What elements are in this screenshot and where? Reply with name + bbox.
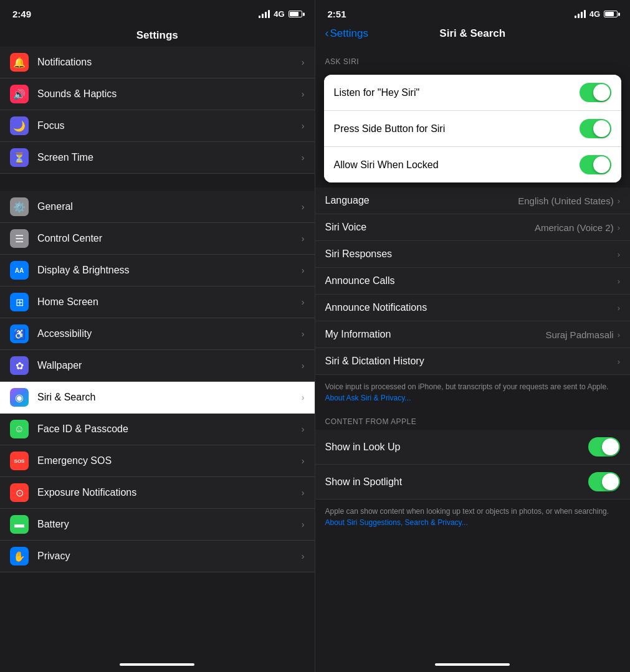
back-label: Settings <box>330 27 368 40</box>
settings-item-exposure[interactable]: ⊙Exposure Notifications› <box>0 477 315 509</box>
sos-chevron: › <box>302 456 305 466</box>
siri-row-siri-voice[interactable]: Siri VoiceAmerican (Voice 2)› <box>315 214 631 241</box>
show-spotlight-label: Show in Spotlight <box>325 476 589 488</box>
settings-item-focus[interactable]: 🌙Focus› <box>0 110 315 142</box>
right-nav-title: Siri & Search <box>439 27 505 40</box>
language-value: English (United States) <box>518 196 613 206</box>
siri-locked-toggle[interactable] <box>580 155 611 174</box>
side-button-toggle[interactable] <box>580 119 611 138</box>
settings-title: Settings <box>0 23 315 47</box>
screentime-icon: ⏳ <box>10 148 29 167</box>
siri-row-siri-history[interactable]: Siri & Dictation History› <box>315 348 631 375</box>
homescreen-label: Home Screen <box>37 296 302 308</box>
settings-group-bottom: ⚙️General›☰Control Center›AADisplay & Br… <box>0 191 315 572</box>
left-panel: 2:49 4G Settings 🔔Notifications›🔊Sounds … <box>0 0 315 672</box>
show-spotlight-toggle[interactable] <box>588 472 620 491</box>
siri-settings-rows: LanguageEnglish (United States)›Siri Voi… <box>315 187 631 375</box>
sounds-chevron: › <box>302 89 305 99</box>
notifications-label: Notifications <box>37 57 302 68</box>
hey-siri-label: Listen for "Hey Siri" <box>334 87 580 98</box>
settings-item-accessibility[interactable]: ♿Accessibility› <box>0 318 315 350</box>
siri-label: Siri & Search <box>37 392 302 403</box>
accessibility-label: Accessibility <box>37 328 302 339</box>
announce-calls-chevron-icon: › <box>618 277 620 286</box>
focus-chevron: › <box>302 121 305 131</box>
settings-item-privacy[interactable]: ✋Privacy› <box>0 541 315 572</box>
siri-row-announce-notifs[interactable]: Announce Notifications› <box>315 295 631 321</box>
faceid-icon: ☺ <box>10 420 29 438</box>
display-label: Display & Brightness <box>37 265 302 276</box>
control-label: Control Center <box>37 233 302 244</box>
sos-label: Emergency SOS <box>37 455 302 466</box>
siri-voice-value: American (Voice 2) <box>535 222 614 233</box>
content-footer-link[interactable]: About Siri Suggestions, Search & Privacy… <box>325 518 468 527</box>
hey-siri-row: Listen for "Hey Siri" <box>324 75 622 111</box>
right-time: 2:51 <box>328 9 346 19</box>
content-header: CONTENT FROM APPLE <box>315 406 631 430</box>
control-icon: ☰ <box>10 229 29 248</box>
settings-item-notifications[interactable]: 🔔Notifications› <box>0 47 315 78</box>
battery-label: Battery <box>37 519 302 530</box>
wallpaper-label: Wallpaper <box>37 360 302 371</box>
settings-list: 🔔Notifications›🔊Sounds & Haptics›🌙Focus›… <box>0 47 315 658</box>
side-button-row: Press Side Button for Siri <box>324 111 622 147</box>
show-lookup-label: Show in Look Up <box>325 442 589 453</box>
privacy-chevron: › <box>302 551 305 561</box>
siri-row-announce-calls[interactable]: Announce Calls› <box>315 268 631 295</box>
left-time: 2:49 <box>12 9 31 19</box>
right-status-icons: 4G <box>575 9 618 19</box>
content-row-show-spotlight: Show in Spotlight <box>315 465 631 499</box>
settings-group-top: 🔔Notifications›🔊Sounds & Haptics›🌙Focus›… <box>0 47 315 174</box>
settings-item-sos[interactable]: SOSEmergency SOS› <box>0 445 315 477</box>
ask-siri-link[interactable]: About Ask Siri & Privacy... <box>325 394 411 402</box>
settings-item-screentime[interactable]: ⏳Screen Time› <box>0 142 315 174</box>
wallpaper-icon: ✿ <box>10 356 29 375</box>
battery-chevron: › <box>302 519 305 529</box>
right-content: ASK SIRI Listen for "Hey Siri" Press Sid… <box>315 46 631 658</box>
announce-calls-label: Announce Calls <box>325 275 618 286</box>
language-label: Language <box>325 195 518 206</box>
settings-item-siri[interactable]: ◉Siri & Search› <box>0 382 315 414</box>
siri-row-my-info[interactable]: My InformationSuraj Padmasali› <box>315 321 631 348</box>
side-button-label: Press Side Button for Siri <box>334 123 580 135</box>
settings-item-homescreen[interactable]: ⊞Home Screen› <box>0 286 315 318</box>
back-chevron-icon: ‹ <box>325 27 329 40</box>
popup-card: Listen for "Hey Siri" Press Side Button … <box>324 75 622 182</box>
settings-item-sounds[interactable]: 🔊Sounds & Haptics› <box>0 78 315 110</box>
display-icon: AA <box>10 261 29 280</box>
siri-locked-label: Allow Siri When Locked <box>334 159 580 171</box>
settings-item-control[interactable]: ☰Control Center› <box>0 223 315 255</box>
screentime-label: Screen Time <box>37 152 302 163</box>
home-bar <box>120 663 194 666</box>
accessibility-icon: ♿ <box>10 324 29 343</box>
show-lookup-toggle[interactable] <box>588 437 620 457</box>
left-status-bar: 2:49 4G <box>0 0 315 23</box>
signal-bars <box>259 10 270 18</box>
faceid-chevron: › <box>302 424 305 434</box>
back-button[interactable]: ‹ Settings <box>325 27 368 40</box>
screentime-chevron: › <box>302 153 305 163</box>
settings-item-wallpaper[interactable]: ✿Wallpaper› <box>0 350 315 382</box>
homescreen-icon: ⊞ <box>10 293 29 311</box>
right-status-bar: 2:51 4G <box>315 0 631 23</box>
left-network: 4G <box>274 9 284 19</box>
sounds-icon: 🔊 <box>10 85 29 103</box>
settings-item-battery[interactable]: ▬Battery› <box>0 509 315 541</box>
sounds-label: Sounds & Haptics <box>37 88 302 100</box>
focus-label: Focus <box>37 120 302 131</box>
section-gap-1 <box>0 174 315 191</box>
ask-siri-header: ASK SIRI <box>315 46 631 70</box>
my-info-chevron-icon: › <box>618 330 620 339</box>
siri-row-language[interactable]: LanguageEnglish (United States)› <box>315 187 631 214</box>
accessibility-chevron: › <box>302 329 305 339</box>
right-panel: 2:51 4G ‹ Settings Siri & Search ASK SIR… <box>315 0 631 672</box>
general-label: General <box>37 201 302 212</box>
settings-item-faceid[interactable]: ☺Face ID & Passcode› <box>0 414 315 445</box>
privacy-label: Privacy <box>37 551 302 562</box>
hey-siri-toggle[interactable] <box>580 83 611 102</box>
settings-item-general[interactable]: ⚙️General› <box>0 191 315 223</box>
language-chevron-icon: › <box>618 196 620 206</box>
siri-row-siri-responses[interactable]: Siri Responses› <box>315 241 631 268</box>
settings-item-display[interactable]: AADisplay & Brightness› <box>0 255 315 286</box>
ask-siri-footer: Voice input is processed on iPhone, but … <box>315 375 631 406</box>
